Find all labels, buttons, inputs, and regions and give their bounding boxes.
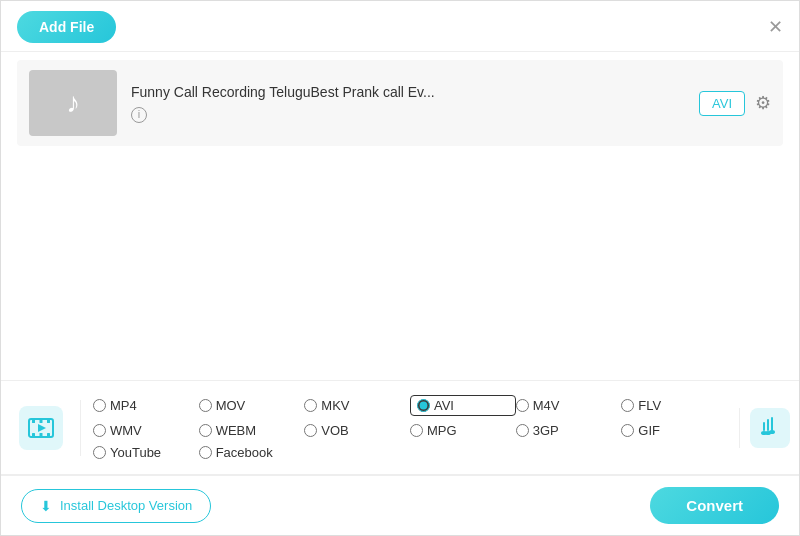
audio-note-icon	[757, 415, 783, 441]
format-badge[interactable]: AVI	[699, 91, 745, 116]
download-icon: ⬇	[40, 498, 52, 514]
bottom-bar: ⬇ Install Desktop Version Convert	[1, 475, 799, 535]
svg-rect-1	[32, 419, 35, 423]
file-actions: AVI ⚙	[699, 91, 771, 116]
svg-point-12	[769, 430, 775, 434]
radio-gif[interactable]	[621, 424, 634, 437]
format-option-vob[interactable]: VOB	[304, 420, 410, 441]
format-option-wmv[interactable]: WMV	[93, 420, 199, 441]
radio-webm[interactable]	[199, 424, 212, 437]
top-bar: Add File ✕	[1, 1, 799, 51]
svg-rect-4	[32, 433, 35, 437]
audio-icon-area	[739, 408, 799, 448]
format-selector: MP4 MOV MKV AVI M4V FLV WMV WEBM VOB MPG	[1, 380, 799, 475]
radio-mpg[interactable]	[410, 424, 423, 437]
film-icon	[19, 406, 63, 450]
radio-flv[interactable]	[621, 399, 634, 412]
music-icon: ♪	[66, 87, 80, 119]
radio-mkv[interactable]	[304, 399, 317, 412]
format-option-mov[interactable]: MOV	[199, 395, 305, 416]
svg-rect-3	[47, 419, 50, 423]
audio-icon	[750, 408, 790, 448]
format-option-mkv[interactable]: MKV	[304, 395, 410, 416]
svg-rect-8	[767, 419, 769, 431]
format-option-webm[interactable]: WEBM	[199, 420, 305, 441]
radio-youtube[interactable]	[93, 446, 106, 459]
radio-wmv[interactable]	[93, 424, 106, 437]
radio-avi[interactable]	[417, 399, 430, 412]
format-option-youtube[interactable]: YouTube	[93, 445, 199, 460]
format-option-3gp[interactable]: 3GP	[516, 420, 622, 441]
file-info: Funny Call Recording TeluguBest Prank ca…	[131, 84, 685, 123]
radio-mp4[interactable]	[93, 399, 106, 412]
svg-rect-5	[39, 433, 42, 437]
format-option-avi[interactable]: AVI	[410, 395, 516, 416]
format-option-flv[interactable]: FLV	[621, 395, 727, 416]
install-desktop-button[interactable]: ⬇ Install Desktop Version	[21, 489, 211, 523]
radio-mov[interactable]	[199, 399, 212, 412]
format-icon-area	[1, 400, 81, 456]
format-option-gif[interactable]: GIF	[621, 420, 727, 441]
svg-rect-9	[771, 417, 773, 431]
radio-facebook[interactable]	[199, 446, 212, 459]
format-grid: MP4 MOV MKV AVI M4V FLV WMV WEBM VOB MPG	[81, 389, 739, 466]
file-title: Funny Call Recording TeluguBest Prank ca…	[131, 84, 685, 100]
file-thumbnail: ♪	[29, 70, 117, 136]
file-list: ♪ Funny Call Recording TeluguBest Prank …	[1, 51, 799, 154]
format-option-mp4[interactable]: MP4	[93, 395, 199, 416]
add-file-button[interactable]: Add File	[17, 11, 116, 43]
svg-rect-6	[47, 433, 50, 437]
settings-button[interactable]: ⚙	[755, 92, 771, 114]
svg-rect-2	[39, 419, 42, 423]
radio-3gp[interactable]	[516, 424, 529, 437]
convert-button[interactable]: Convert	[650, 487, 779, 524]
file-item: ♪ Funny Call Recording TeluguBest Prank …	[17, 60, 783, 146]
format-option-m4v[interactable]: M4V	[516, 395, 622, 416]
radio-m4v[interactable]	[516, 399, 529, 412]
format-option-mpg[interactable]: MPG	[410, 420, 516, 441]
film-strip-icon	[27, 414, 55, 442]
svg-marker-7	[38, 424, 46, 432]
install-label: Install Desktop Version	[60, 498, 192, 513]
close-button[interactable]: ✕	[768, 18, 783, 36]
svg-point-13	[761, 431, 767, 435]
svg-rect-10	[763, 422, 765, 431]
format-option-facebook[interactable]: Facebook	[199, 445, 305, 460]
info-icon[interactable]: i	[131, 107, 147, 123]
radio-vob[interactable]	[304, 424, 317, 437]
